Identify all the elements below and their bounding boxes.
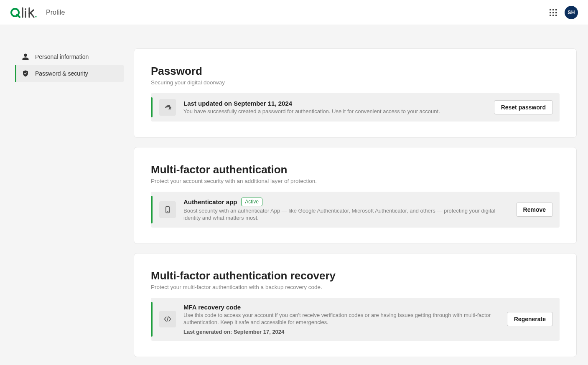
code-icon [159,311,176,327]
card-subtitle: Protect your account security with an ad… [151,178,560,184]
sidebar-item-label: Personal information [35,53,89,60]
card-title: Multi-factor authentication recovery [151,269,560,282]
mobile-icon [159,201,176,218]
qlik-logo[interactable] [10,6,40,19]
card-subtitle: Protect your multi-factor authentication… [151,284,560,290]
shield-icon [22,70,29,77]
banner-description: Boost security with an authenticator App… [183,207,509,222]
key-icon [159,99,176,116]
top-bar: Profile SH [0,0,588,25]
sidebar-item-personal-information[interactable]: Personal information [15,48,124,65]
topbar-right: SH [550,6,578,19]
sidebar-item-password-security[interactable]: Password & security [15,65,124,82]
mfa-card: Multi-factor authentication Protect your… [134,147,577,244]
regenerate-button[interactable]: Regenerate [507,312,553,326]
password-card: Password Securing your digital doorway L… [134,48,577,138]
card-subtitle: Securing your digital doorway [151,79,560,86]
recovery-banner: MFA recovery code Use this code to acces… [151,298,560,341]
password-banner: Last updated on September 11, 2024 You h… [151,93,560,122]
status-badge: Active [241,198,262,206]
banner-extra: Last generated on: September 17, 2024 [183,329,499,335]
avatar[interactable]: SH [565,6,578,19]
svg-point-2 [35,16,36,17]
topbar-left: Profile [10,6,65,19]
person-icon [22,53,29,61]
card-title: Password [151,65,560,78]
card-title: Multi-factor authentication [151,163,560,176]
banner-description: You have successfully created a password… [183,108,486,115]
app-switcher-icon[interactable] [550,9,557,16]
mfa-recovery-card: Multi-factor authentication recovery Pro… [134,253,577,357]
banner-title: Authenticator app [183,198,237,205]
remove-button[interactable]: Remove [516,203,553,217]
svg-line-5 [167,317,168,322]
mfa-banner: Authenticator app Active Boost security … [151,192,560,228]
svg-point-1 [25,8,26,10]
sidebar: Personal information Password & security [15,48,124,82]
reset-password-button[interactable]: Reset password [494,100,553,114]
page-title: Profile [46,9,65,16]
sidebar-item-label: Password & security [35,70,88,77]
banner-title: Last updated on September 11, 2024 [183,100,486,107]
main-content: Password Securing your digital doorway L… [134,48,577,357]
banner-description: Use this code to access your account if … [183,312,499,326]
banner-title: MFA recovery code [183,304,499,311]
